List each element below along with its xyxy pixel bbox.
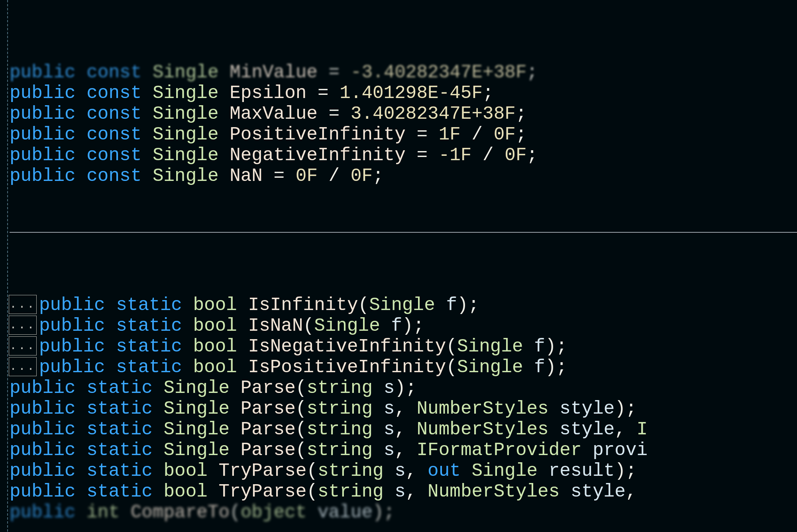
code-block-top: public const Single MinValue = -3.402823… [10, 62, 797, 186]
code-line[interactable]: public const Single MinValue = -3.402823… [10, 62, 797, 83]
code-line[interactable]: public const Single MaxValue = 3.4028234… [10, 104, 797, 124]
code-line[interactable]: public const Single PositiveInfinity = 1… [10, 124, 797, 145]
code-line[interactable]: ...public static bool IsNegativeInfinity… [10, 336, 797, 357]
code-text: public static Single Parse(string s, Num… [10, 419, 648, 440]
code-line[interactable]: public int CompareTo(object value); [10, 502, 797, 523]
code-line[interactable]: public static Single Parse(string s, Num… [10, 419, 797, 440]
fold-marker[interactable]: ... [9, 357, 37, 376]
code-text: public static Single Parse(string s, IFo… [10, 440, 648, 461]
code-line[interactable]: public const Single Epsilon = 1.401298E-… [10, 83, 797, 104]
code-text: public const Single MaxValue = 3.4028234… [10, 104, 527, 124]
code-text: public const Single NegativeInfinity = -… [10, 145, 538, 166]
code-text: public static bool TryParse(string s, Nu… [10, 481, 637, 502]
fold-marker[interactable]: ... [9, 295, 37, 314]
code-text: public static bool IsNaN(Single f); [39, 316, 424, 336]
code-text: public static bool IsInfinity(Single f); [39, 295, 479, 316]
code-block-bottom: ...public static bool IsInfinity(Single … [10, 295, 797, 523]
code-text: public const Single MinValue = -3.402823… [10, 62, 538, 83]
region-divider [10, 232, 797, 233]
code-text: public const Single PositiveInfinity = 1… [10, 124, 527, 145]
code-text: public static Single Parse(string s, Num… [10, 399, 637, 419]
code-editor[interactable]: public const Single MinValue = -3.402823… [0, 0, 797, 532]
fold-marker[interactable]: ... [9, 316, 37, 335]
code-line[interactable]: ...public static bool IsInfinity(Single … [10, 295, 797, 316]
indent-guide [7, 0, 8, 532]
code-text: public int CompareTo(object value); [10, 502, 395, 523]
fold-marker[interactable]: ... [9, 336, 37, 355]
code-text: public static bool IsPositiveInfinity(Si… [39, 357, 567, 378]
code-text: public static Single Parse(string s); [10, 378, 416, 399]
code-line[interactable]: public const Single NegativeInfinity = -… [10, 145, 797, 166]
code-text: public static bool IsNegativeInfinity(Si… [39, 336, 567, 357]
code-line[interactable]: ...public static bool IsNaN(Single f); [10, 316, 797, 336]
code-line[interactable]: public const Single NaN = 0F / 0F; [10, 166, 797, 186]
code-text: public const Single Epsilon = 1.401298E-… [10, 83, 494, 104]
code-line[interactable]: public static bool TryParse(string s, ou… [10, 461, 797, 481]
code-line[interactable]: public static bool TryParse(string s, Nu… [10, 481, 797, 502]
code-line[interactable]: public static Single Parse(string s, IFo… [10, 440, 797, 461]
code-line[interactable]: ...public static bool IsPositiveInfinity… [10, 357, 797, 378]
code-text: public static bool TryParse(string s, ou… [10, 461, 637, 481]
code-text: public const Single NaN = 0F / 0F; [10, 166, 384, 186]
code-line[interactable]: public static Single Parse(string s, Num… [10, 399, 797, 419]
code-line[interactable]: public static Single Parse(string s); [10, 378, 797, 399]
